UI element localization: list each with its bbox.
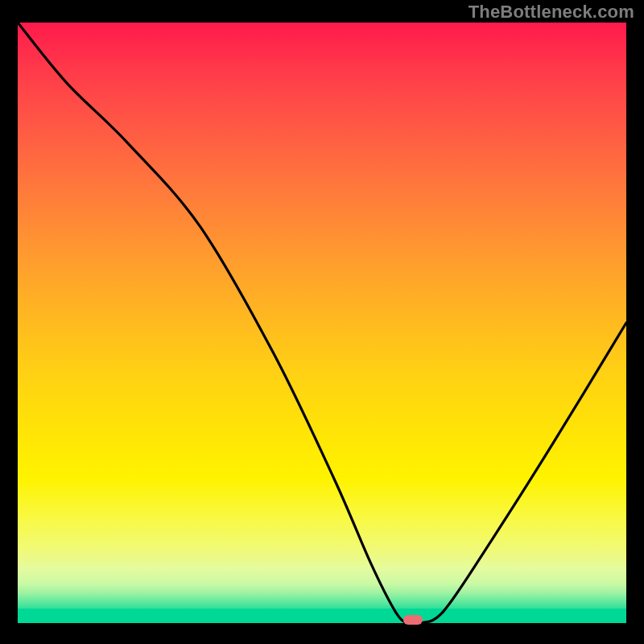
plot-area [18, 23, 626, 623]
bottleneck-curve [18, 23, 626, 623]
chart-container: TheBottleneck.com [0, 0, 644, 644]
watermark-text: TheBottleneck.com [469, 2, 634, 23]
minimum-marker [403, 615, 423, 625]
